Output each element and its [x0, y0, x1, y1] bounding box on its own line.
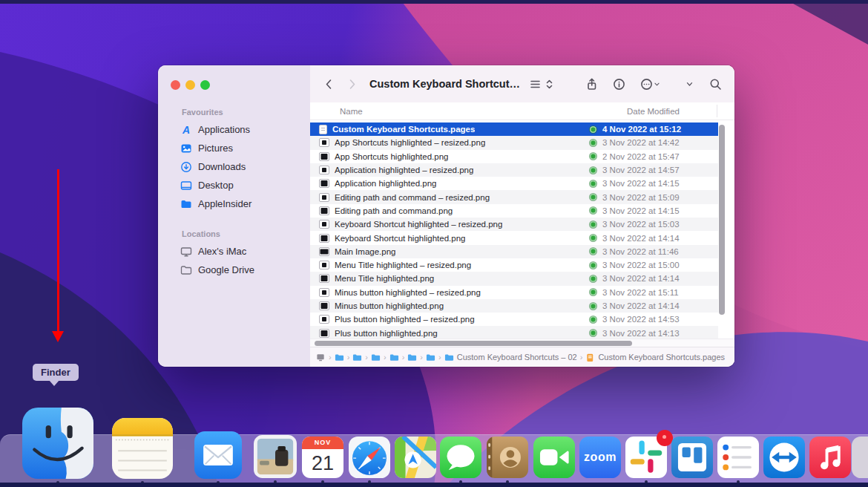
file-row[interactable]: Keyboard Shortcut highlighted.png3 Nov 2… [310, 231, 718, 244]
file-row[interactable]: Custom Keyboard Shortcuts.pages4 Nov 202… [310, 122, 718, 136]
file-date-modified: 3 Nov 2022 at 15:11 [602, 288, 679, 297]
file-type-icon [319, 301, 329, 310]
search-button[interactable] [707, 76, 724, 93]
dock-icon-maps[interactable] [395, 437, 436, 478]
sidebar-item-google-drive[interactable]: Google Drive [158, 261, 310, 279]
file-type-icon [319, 315, 329, 324]
bottom-edge-strip [0, 483, 868, 487]
file-row[interactable]: Main Image.png3 Nov 2022 at 11:46 [310, 245, 718, 258]
file-name: Minus button highlighted.png [335, 301, 444, 310]
file-row[interactable]: Plus button highlighted.png3 Nov 2022 at… [310, 326, 718, 339]
file-date-modified: 3 Nov 2022 at 11:46 [602, 247, 679, 256]
info-icon [613, 78, 625, 91]
file-name: App Shortcuts highlighted – resized.png [335, 138, 485, 147]
sidebar-item-appleinsider[interactable]: AppleInsider [158, 195, 310, 213]
file-name: Application highlighted – resized.png [335, 166, 473, 174]
file-row[interactable]: Plus button highlighted – resized.png3 N… [310, 313, 718, 326]
sidebar-sections: FavouritesAApplicationsPicturesDownloads… [158, 108, 310, 279]
sidebar-item-label: Alex's iMac [198, 246, 246, 257]
sidebar-item-desktop[interactable]: Desktop [158, 176, 310, 195]
file-row[interactable]: Application highlighted.png3 Nov 2022 at… [310, 177, 718, 190]
folder-icon [352, 353, 362, 362]
dock-icon-calendar[interactable]: NOV 21 [302, 437, 343, 478]
sync-status-icon [590, 316, 596, 323]
dock-icon-partial[interactable] [852, 437, 868, 478]
path-crumb[interactable] [371, 353, 381, 362]
finder-tooltip-pointer [49, 380, 59, 386]
sidebar-item-pictures[interactable]: Pictures [158, 139, 310, 157]
sidebar-item-applications[interactable]: AApplications [158, 120, 310, 139]
safari-compass-icon [349, 437, 390, 478]
sidebar-item-label: Desktop [198, 180, 234, 191]
file-row[interactable]: Editing path and command – resized.png3 … [310, 190, 718, 203]
forward-button[interactable] [343, 76, 361, 93]
zoom-button[interactable] [200, 80, 210, 90]
chevron-down-icon [653, 80, 661, 88]
path-crumb[interactable] [389, 353, 399, 362]
dock-icon-zoom[interactable]: zoom [579, 437, 621, 478]
file-type-icon [319, 220, 329, 229]
share-button[interactable] [583, 76, 600, 93]
info-button[interactable] [611, 76, 628, 93]
path-crumb[interactable] [352, 353, 362, 362]
finder-window: FavouritesAApplicationsPicturesDownloads… [158, 65, 734, 367]
file-name: App Shortcuts highlighted.png [335, 152, 448, 161]
back-button[interactable] [320, 76, 338, 93]
path-crumb[interactable] [407, 353, 417, 362]
dock-icon-contacts[interactable] [487, 437, 528, 478]
file-date-modified: 3 Nov 2022 at 14:57 [602, 166, 680, 174]
dock-icon-notes[interactable] [112, 418, 173, 479]
file-row[interactable]: Application highlighted – resized.png3 N… [310, 163, 718, 177]
file-name: Custom Keyboard Shortcuts.pages [332, 125, 475, 134]
chevron-left-icon [323, 78, 335, 91]
list-header: Name Date Modified [310, 102, 734, 120]
path-crumb[interactable] [335, 353, 344, 362]
dock-icon-messages[interactable] [440, 437, 481, 478]
window-title: Custom Keyboard Shortcut… [369, 78, 520, 90]
file-row[interactable]: Minus button highlighted – resized.png3 … [310, 286, 718, 299]
view-mode-control[interactable] [529, 78, 556, 91]
dock-icon-music[interactable] [809, 437, 851, 478]
column-header-date-modified[interactable]: Date Modified [627, 107, 680, 116]
file-name: Main Image.png [335, 247, 395, 256]
dock-icon-teamviewer[interactable] [763, 437, 805, 478]
file-row[interactable]: Minus button highlighted.png3 Nov 2022 a… [310, 299, 718, 313]
folder-icon [407, 353, 417, 362]
sidebar-item-alex-s-imac[interactable]: Alex's iMac [158, 242, 310, 261]
vertical-scrollbar[interactable] [719, 125, 725, 315]
file-row[interactable]: App Shortcuts highlighted.png2 Nov 2022 … [310, 150, 718, 163]
file-row[interactable]: Editing path and command.png3 Nov 2022 a… [310, 204, 718, 218]
horizontal-scrollbar[interactable] [315, 341, 632, 346]
maps-icon [395, 437, 436, 478]
path-crumb-custom-keyboard-shortcuts-02[interactable]: Custom Keyboard Shortcuts – 02 [444, 353, 577, 362]
path-crumb[interactable] [426, 353, 435, 362]
dock-icon-slack[interactable] [625, 437, 667, 478]
file-row[interactable]: Menu Title highlighted – resized.png3 No… [310, 258, 718, 272]
dock-icon-finder[interactable] [22, 408, 93, 479]
dock-icon-mail[interactable] [194, 431, 242, 479]
finder-face-icon [22, 408, 93, 479]
more-actions-button[interactable] [638, 76, 663, 93]
sort-chevrons-icon [543, 78, 556, 91]
toolbar-overflow-button[interactable] [683, 77, 697, 91]
path-bar: ›››››››Custom Keyboard Shortcuts – 02›Cu… [310, 347, 734, 367]
horizontal-scroll-track [310, 339, 734, 347]
sidebar-item-downloads[interactable]: Downloads [158, 157, 310, 176]
file-name: Keyboard Shortcut highlighted.png [335, 234, 465, 243]
file-row[interactable]: Keyboard Shortcut highlighted – resized.… [310, 218, 718, 231]
downloads-icon [180, 161, 192, 173]
dock-icon-facetime[interactable] [533, 437, 575, 478]
notification-badge [657, 430, 673, 446]
path-crumb-custom-keyboard-shortcuts-pages[interactable]: Custom Keyboard Shortcuts.pages [585, 353, 725, 362]
path-crumb[interactable] [316, 353, 326, 362]
file-row[interactable]: Menu Title highlighted.png3 Nov 2022 at … [310, 272, 718, 285]
column-divider[interactable] [717, 105, 717, 117]
minimize-button[interactable] [185, 80, 195, 90]
dock-icon-photo-thumbnail[interactable] [254, 435, 297, 478]
dock-icon-trello[interactable] [671, 437, 713, 478]
dock-icon-safari[interactable] [349, 437, 390, 478]
dock-icon-reminders[interactable] [717, 437, 759, 478]
column-header-name[interactable]: Name [310, 107, 363, 116]
file-row[interactable]: App Shortcuts highlighted – resized.png3… [310, 136, 718, 149]
close-button[interactable] [171, 80, 180, 90]
